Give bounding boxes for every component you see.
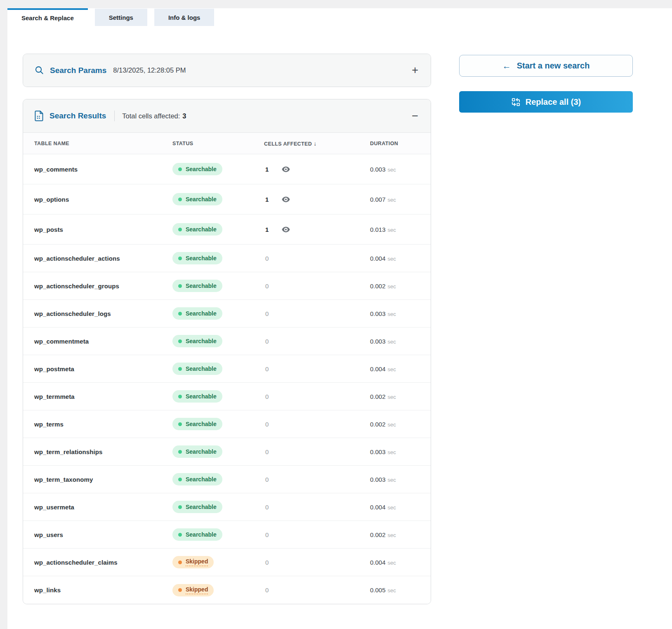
document-icon	[35, 111, 44, 121]
status-dot-icon	[178, 167, 182, 171]
status-badge: Searchable	[172, 528, 222, 541]
table-row: wp_actionscheduler_logs Searchable 0 0.0…	[23, 300, 431, 327]
sort-descending-icon: ↓	[314, 140, 316, 147]
status-dot-icon	[178, 588, 182, 592]
duration-cell: 0.005 sec	[370, 587, 431, 594]
table-row: wp_posts Searchable 1 0.013 sec	[23, 214, 431, 245]
total-cells-label: Total cells affected:	[122, 112, 180, 120]
cells-affected-cell: 0	[264, 393, 370, 400]
status-badge: Searchable	[172, 252, 222, 264]
table-row: wp_terms Searchable 0 0.002 sec	[23, 410, 431, 438]
eye-icon[interactable]	[282, 166, 290, 172]
duration-cell: 0.013 sec	[370, 226, 431, 233]
search-results-title: Search Results	[50, 111, 106, 120]
cells-affected-cell: 0	[264, 504, 370, 511]
duration-cell: 0.002 sec	[370, 393, 431, 400]
duration-cell: 0.007 sec	[370, 196, 431, 203]
cells-affected-cell: 0	[264, 531, 370, 538]
replace-all-button[interactable]: Replace all (3)	[459, 91, 633, 113]
table-name-cell: wp_terms	[34, 421, 172, 428]
table-name-cell: wp_options	[34, 196, 172, 203]
status-dot-icon	[178, 533, 182, 537]
expand-icon[interactable]: +	[412, 65, 418, 76]
status-dot-icon	[178, 505, 182, 509]
table-name-cell: wp_posts	[34, 226, 172, 233]
search-params-title: Search Params	[50, 66, 106, 75]
search-results-header[interactable]: Search Results Total cells affected: 3 −	[23, 99, 431, 132]
status-badge: Searchable	[172, 193, 222, 205]
status-badge: Skipped	[172, 556, 214, 568]
table-header-row: Table name Status Cells affected↓ Durati…	[23, 132, 431, 154]
table-name-cell: wp_links	[34, 587, 172, 594]
cells-affected-cell: 0	[264, 587, 370, 594]
status-badge: Searchable	[172, 223, 222, 236]
table-row: wp_actionscheduler_actions Searchable 0 …	[23, 245, 431, 272]
status-badge: Searchable	[172, 473, 222, 485]
start-new-search-button[interactable]: ← Start a new search	[459, 55, 633, 77]
tab-search-replace[interactable]: Search & Replace	[7, 8, 88, 26]
replace-icon	[511, 97, 521, 107]
duration-cell: 0.004 sec	[370, 365, 431, 372]
table-row: wp_links Skipped 0 0.005 sec	[23, 576, 431, 604]
status-dot-icon	[178, 561, 182, 564]
cells-affected-cell: 0	[264, 365, 370, 372]
status-dot-icon	[178, 198, 182, 201]
status-badge: Searchable	[172, 445, 222, 458]
column-header-cells-affected[interactable]: Cells affected↓	[264, 140, 370, 147]
column-header-table-name: Table name	[34, 141, 172, 146]
status-cell: Searchable	[172, 193, 264, 205]
total-cells-value: 3	[182, 112, 186, 120]
status-dot-icon	[178, 228, 182, 231]
cells-affected-cell: 0	[264, 421, 370, 428]
status-badge: Searchable	[172, 307, 222, 320]
cells-affected-cell: 0	[264, 448, 370, 455]
cells-affected-cell: 0	[264, 559, 370, 566]
tab-settings[interactable]: Settings	[95, 9, 147, 26]
status-cell: Searchable	[172, 223, 264, 236]
duration-cell: 0.003 sec	[370, 476, 431, 483]
table-name-cell: wp_comments	[34, 166, 172, 173]
status-badge: Searchable	[172, 163, 222, 175]
status-cell: Skipped	[172, 556, 264, 568]
status-dot-icon	[178, 339, 182, 343]
tab-info-logs[interactable]: Info & logs	[154, 9, 215, 26]
eye-icon[interactable]	[282, 196, 290, 203]
duration-cell: 0.003 sec	[370, 448, 431, 455]
duration-cell: 0.002 sec	[370, 421, 431, 428]
eye-icon[interactable]	[282, 226, 290, 233]
duration-cell: 0.003 sec	[370, 166, 431, 173]
table-name-cell: wp_termmeta	[34, 393, 172, 400]
duration-cell: 0.003 sec	[370, 310, 431, 317]
cells-affected-cell: 0	[264, 476, 370, 483]
status-cell: Searchable	[172, 307, 264, 320]
table-row: wp_users Searchable 0 0.002 sec	[23, 521, 431, 549]
table-name-cell: wp_actionscheduler_actions	[34, 255, 172, 262]
duration-cell: 0.002 sec	[370, 531, 431, 538]
table-name-cell: wp_usermeta	[34, 504, 172, 511]
status-cell: Skipped	[172, 584, 264, 596]
duration-cell: 0.004 sec	[370, 255, 431, 262]
cells-affected-cell: 0	[264, 338, 370, 345]
table-row: wp_postmeta Searchable 0 0.004 sec	[23, 355, 431, 383]
status-badge: Searchable	[172, 390, 222, 403]
column-header-status: Status	[172, 141, 264, 146]
status-cell: Searchable	[172, 445, 264, 458]
tab-bar: Search & Replace Settings Info & logs	[7, 8, 221, 26]
status-dot-icon	[178, 450, 182, 454]
table-name-cell: wp_commentmeta	[34, 338, 172, 345]
column-header-duration: Duration	[370, 141, 431, 146]
search-params-panel: Search Params 8/13/2025, 12:28:05 PM +	[23, 54, 431, 87]
table-row: wp_usermeta Searchable 0 0.004 sec	[23, 493, 431, 521]
status-cell: Searchable	[172, 418, 264, 430]
table-name-cell: wp_postmeta	[34, 365, 172, 372]
status-cell: Searchable	[172, 390, 264, 403]
search-params-header[interactable]: Search Params 8/13/2025, 12:28:05 PM +	[23, 54, 431, 87]
header-divider	[114, 111, 115, 121]
duration-cell: 0.002 sec	[370, 283, 431, 290]
table-row: wp_comments Searchable 1 0.003 sec	[23, 154, 431, 184]
results-table-body: wp_comments Searchable 1 0.003 sec wp_op…	[23, 154, 431, 604]
table-name-cell: wp_term_taxonomy	[34, 476, 172, 483]
collapse-icon[interactable]: −	[412, 111, 418, 122]
search-params-timestamp: 8/13/2025, 12:28:05 PM	[113, 66, 186, 74]
status-cell: Searchable	[172, 163, 264, 175]
